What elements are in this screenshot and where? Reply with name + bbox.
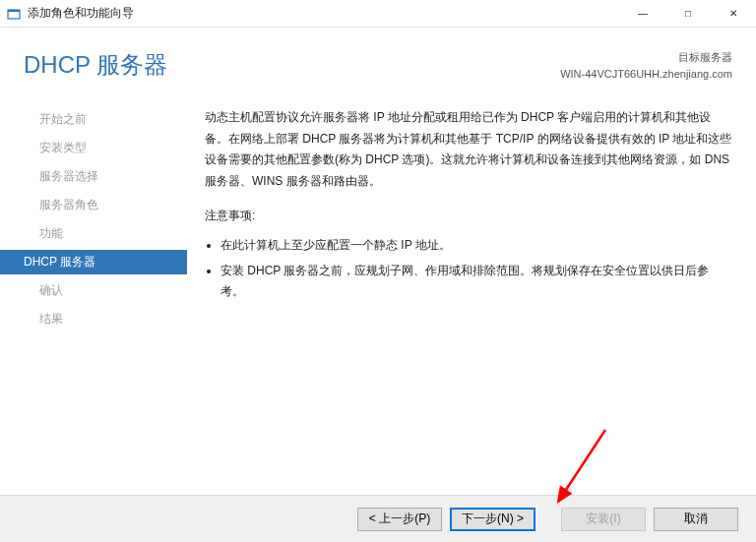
list-item: 安装 DHCP 服务器之前，应规划子网、作用域和排除范围。将规划保存在安全位置以… [220,261,732,303]
sidebar-item-install-type[interactable]: 安装类型 [0,136,187,160]
wizard-header: DHCP 服务器 目标服务器 WIN-44VCJT66UHH.zhenjiang… [0,28,756,93]
window-title: 添加角色和功能向导 [28,5,620,22]
svg-rect-1 [8,10,20,12]
wizard-footer: < 上一步(P) 下一步(N) > 安装(I) 取消 [0,495,756,542]
content: 动态主机配置协议允许服务器将 IP 地址分配或租用给已作为 DHCP 客户端启用… [187,93,756,497]
cancel-button[interactable]: 取消 [654,508,738,531]
sidebar-item-before-begin[interactable]: 开始之前 [0,107,187,132]
list-item: 在此计算机上至少应配置一个静态 IP 地址。 [220,235,732,257]
sidebar-item-server-roles[interactable]: 服务器角色 [0,193,187,217]
sidebar-item-label: 开始之前 [39,112,87,126]
close-button[interactable]: ✕ [711,0,756,27]
sidebar-item-features[interactable]: 功能 [0,221,187,246]
page-title: DHCP 服务器 [24,49,167,81]
sidebar-item-label: 结果 [39,312,63,326]
sidebar-item-confirm[interactable]: 确认 [0,278,187,303]
sidebar-item-dhcp-server[interactable]: DHCP 服务器 [0,250,187,274]
sidebar-item-label: 服务器选择 [39,169,98,183]
sidebar-item-label: 功能 [39,226,63,240]
maximize-button[interactable]: □ [665,0,711,27]
target-server-value: WIN-44VCJT66UHH.zhenjiang.com [560,66,732,83]
sidebar-item-label: 服务器角色 [39,198,98,211]
wizard-icon [6,6,22,22]
sidebar-item-label: DHCP 服务器 [24,255,95,269]
sidebar-item-label: 确认 [39,283,63,297]
install-button: 安装(I) [561,508,646,531]
sidebar-item-label: 安装类型 [39,141,87,154]
titlebar: 添加角色和功能向导 — □ ✕ [0,0,756,28]
notes-title: 注意事项: [205,206,732,227]
previous-button[interactable]: < 上一步(P) [357,508,442,531]
target-server-info: 目标服务器 WIN-44VCJT66UHH.zhenjiang.com [560,49,732,82]
target-server-label: 目标服务器 [560,49,732,66]
wizard-body: 开始之前 安装类型 服务器选择 服务器角色 功能 DHCP 服务器 确认 结果 … [0,93,756,497]
sidebar-item-server-selection[interactable]: 服务器选择 [0,164,187,189]
sidebar-item-results[interactable]: 结果 [0,307,187,331]
window-controls: — □ ✕ [620,0,756,27]
minimize-button[interactable]: — [620,0,665,27]
notes-list: 在此计算机上至少应配置一个静态 IP 地址。 安装 DHCP 服务器之前，应规划… [205,235,732,303]
sidebar: 开始之前 安装类型 服务器选择 服务器角色 功能 DHCP 服务器 确认 结果 [0,93,187,497]
content-description: 动态主机配置协议允许服务器将 IP 地址分配或租用给已作为 DHCP 客户端启用… [205,107,732,192]
next-button[interactable]: 下一步(N) > [450,508,536,531]
